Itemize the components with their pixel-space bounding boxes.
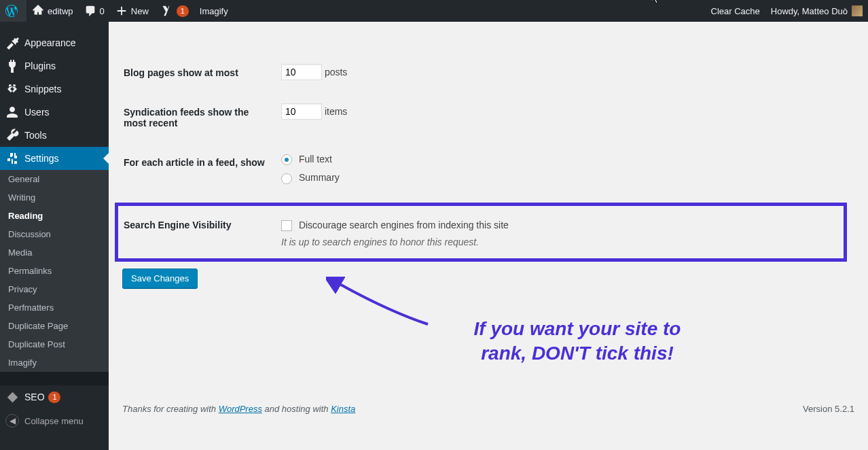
syndication-input[interactable] — [281, 103, 322, 120]
new-content-menu[interactable]: New — [110, 0, 154, 22]
blog-pages-suffix: posts — [325, 67, 347, 77]
users-label: Users — [24, 107, 50, 118]
blog-pages-label: Blog pages show at most — [124, 54, 273, 92]
snippets-label: Snippets — [24, 84, 61, 94]
appearance-icon — [5, 36, 19, 50]
comments-count: 0 — [100, 6, 105, 16]
sidebar-item-appearance[interactable]: Appearance — [0, 31, 109, 54]
clear-cache-button[interactable]: Clear Cache — [706, 0, 765, 22]
wordpress-logo-menu[interactable] — [0, 0, 26, 22]
row-syndication: Syndication feeds show the most recent i… — [124, 93, 853, 142]
submenu-writing[interactable]: Writing — [0, 188, 109, 207]
blog-pages-input[interactable] — [281, 64, 322, 80]
sidebar-item-plugins[interactable]: Plugins — [0, 54, 109, 77]
users-icon — [5, 105, 19, 119]
settings-icon — [5, 152, 19, 165]
discourage-option[interactable]: Discourage search engines from indexing … — [281, 220, 509, 230]
article-feed-label: For each article in a feed, show — [124, 143, 273, 201]
highlighted-search-visibility: Search Engine Visibility Discourage sear… — [115, 203, 847, 262]
syndication-label: Syndication feeds show the most recent — [124, 93, 273, 142]
submenu-duplicate-page[interactable]: Duplicate Page — [0, 317, 109, 335]
plugins-label: Plugins — [24, 60, 56, 71]
snippets-icon — [5, 82, 19, 96]
collapse-label: Collapse menu — [24, 416, 84, 426]
site-name-text: editwp — [48, 6, 73, 16]
discourage-description: It is up to search engines to honor this… — [281, 237, 831, 247]
seo-badge: 1 — [48, 392, 60, 403]
submenu-discussion[interactable]: Discussion — [0, 225, 109, 243]
submenu-permalinks[interactable]: Permalinks — [0, 262, 109, 280]
tools-label: Tools — [24, 130, 47, 141]
collapse-icon: ◀ — [5, 414, 19, 428]
seo-icon — [5, 390, 19, 404]
submenu-duplicate-post[interactable]: Duplicate Post — [0, 335, 109, 353]
summary-option[interactable]: Summary — [281, 172, 846, 184]
home-icon — [32, 5, 44, 17]
seo-label: SEO — [24, 392, 45, 402]
submenu-media[interactable]: Media — [0, 243, 109, 262]
submenu-perfmatters[interactable]: Perfmatters — [0, 298, 109, 317]
sidebar-item-users[interactable]: Users — [0, 101, 109, 124]
kinsta-link[interactable]: Kinsta — [331, 404, 355, 414]
discourage-label: Discourage search engines from indexing … — [299, 220, 509, 230]
sidebar-item-seo[interactable]: SEO 1 — [0, 385, 109, 409]
annotation-arrow — [326, 277, 435, 331]
full-text-radio[interactable] — [281, 154, 292, 165]
submenu-general[interactable]: General — [0, 170, 109, 188]
sidebar-item-snippets[interactable]: Snippets — [0, 77, 109, 101]
submenu-reading[interactable]: Reading — [0, 207, 109, 225]
imagify-menu[interactable]: Imagify — [194, 0, 234, 22]
appearance-label: Appearance — [24, 37, 76, 48]
yoast-menu[interactable]: 1 — [154, 0, 194, 22]
summary-radio[interactable] — [281, 173, 292, 184]
discourage-checkbox[interactable] — [281, 220, 292, 231]
submenu-privacy[interactable]: Privacy — [0, 280, 109, 298]
admin-toolbar: editwp 0 New 1 Imagify Clear Cache Howdy… — [0, 0, 868, 22]
yoast-badge: 1 — [177, 5, 189, 17]
annotation-text: If you want your site to rank, DON'T tic… — [428, 317, 727, 366]
row-blog-pages: Blog pages show at most posts — [124, 54, 853, 92]
yoast-icon — [160, 5, 172, 17]
main-content: Blog pages show at most posts Syndicatio… — [109, 22, 868, 450]
settings-submenu: General Writing Reading Discussion Media… — [0, 170, 109, 372]
full-text-label: Full text — [299, 154, 332, 165]
full-text-option[interactable]: Full text — [281, 154, 846, 165]
comment-icon — [84, 5, 96, 17]
footer-prefix: Thanks for creating with — [122, 404, 219, 414]
collapse-menu-button[interactable]: ◀ Collapse menu — [0, 409, 109, 433]
version-text: Version 5.2.1 — [803, 404, 854, 414]
account-menu[interactable]: Howdy, Matteo Duò — [765, 0, 868, 22]
plus-icon — [115, 5, 128, 17]
sidebar-item-settings[interactable]: Settings — [0, 147, 109, 170]
admin-footer: Thanks for creating with WordPress and h… — [122, 394, 854, 424]
row-article-feed: For each article in a feed, show Full te… — [124, 143, 853, 201]
plugins-icon — [5, 59, 19, 73]
greeting-text: Howdy, Matteo Duò — [771, 6, 848, 16]
clear-cache-label: Clear Cache — [711, 6, 760, 16]
settings-label: Settings — [24, 153, 59, 164]
summary-label: Summary — [299, 172, 340, 183]
footer-mid: and hosting with — [265, 404, 331, 414]
new-label: New — [131, 6, 149, 16]
tools-icon — [5, 128, 19, 142]
cursor-icon — [652, 0, 663, 5]
wordpress-link[interactable]: WordPress — [219, 404, 262, 414]
save-changes-button[interactable]: Save Changes — [122, 269, 198, 288]
comments-menu[interactable]: 0 — [79, 0, 110, 22]
submenu-imagify[interactable]: Imagify — [0, 353, 109, 372]
admin-sidebar: Appearance Plugins Snippets Users Tools … — [0, 22, 109, 450]
syndication-suffix: items — [325, 106, 347, 117]
avatar — [852, 5, 863, 16]
sidebar-item-tools[interactable]: Tools — [0, 124, 109, 147]
wordpress-icon — [5, 5, 18, 17]
imagify-label: Imagify — [200, 6, 228, 16]
site-name-menu[interactable]: editwp — [26, 0, 79, 22]
sidebar-separator — [0, 372, 109, 385]
search-visibility-label: Search Engine Visibility — [124, 207, 273, 257]
